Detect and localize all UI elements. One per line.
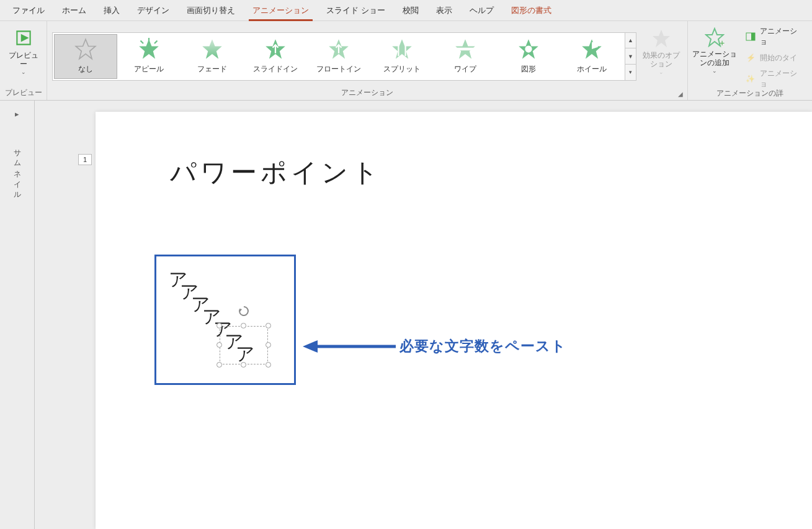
handle-mr[interactable] — [265, 342, 271, 348]
group-advanced: + アニメーションの追加 ⌄ アニメーショ ⚡ 開始のタイ ✨ アニメーショ — [688, 21, 812, 100]
handle-tr[interactable] — [265, 323, 271, 328]
svg-rect-14 — [457, 48, 474, 51]
trigger-icon: ⚡ — [745, 52, 756, 63]
svg-marker-7 — [202, 39, 222, 59]
svg-marker-25 — [303, 340, 318, 353]
pane-icon — [745, 31, 756, 42]
animation-painter-button: ✨ アニメーショ — [745, 70, 803, 88]
thumbnail-rail: ▸ サムネイル — [0, 101, 35, 529]
anim-fade[interactable]: フェード — [181, 34, 244, 79]
anim-floatin[interactable]: フロートイン — [307, 34, 370, 79]
effect-options-label: 効果のオプション — [640, 51, 682, 69]
anim-wipe[interactable]: ワイプ — [434, 34, 497, 79]
trigger-label: 開始のタイ — [760, 53, 797, 63]
animation-pane-label: アニメーショ — [760, 26, 803, 47]
anim-split[interactable]: スプリット — [370, 34, 434, 79]
gallery-scroll: ▲ ▼ ▾ — [625, 32, 636, 81]
anim-none[interactable]: なし — [54, 34, 117, 79]
painter-icon: ✨ — [745, 73, 756, 84]
handle-tm[interactable] — [241, 323, 246, 328]
group-animation-label: アニメーション — [47, 88, 687, 100]
group-preview-label: プレビュー — [0, 88, 47, 100]
tab-file[interactable]: ファイル — [4, 1, 53, 20]
work-area: ▸ サムネイル 1 パワーポイント ア ア ア ア ア ア ア — [0, 101, 812, 529]
callout-text: 必要な文字数をペースト — [399, 337, 566, 356]
svg-line-6 — [154, 41, 158, 44]
add-animation-icon: + — [705, 27, 725, 47]
tab-view[interactable]: 表示 — [427, 1, 461, 20]
anim-wheel-label: ホイール — [577, 64, 607, 75]
tab-shape-format[interactable]: 図形の書式 — [502, 1, 560, 20]
anim-appear[interactable]: アピール — [117, 34, 181, 79]
svg-marker-18 — [653, 30, 670, 47]
add-animation-label: アニメーションの追加 — [690, 50, 739, 68]
animation-painter-label: アニメーショ — [760, 68, 803, 89]
slide[interactable]: パワーポイント ア ア ア ア ア ア ア — [96, 112, 812, 529]
gallery-more[interactable]: ▾ — [625, 65, 636, 80]
add-animation-button[interactable]: + アニメーションの追加 ⌄ — [690, 24, 739, 88]
thumbnail-label: サムネイル — [12, 144, 22, 197]
anim-shape-label: 図形 — [521, 64, 536, 75]
effect-options-icon — [651, 29, 671, 48]
group-animation: なし アピール フェード スライドイン — [47, 21, 688, 100]
anim-shape[interactable]: 図形 — [497, 34, 560, 79]
ribbon: プレビュー ⌄ プレビュー なし アピール — [0, 21, 812, 101]
handle-tl[interactable] — [216, 323, 222, 328]
tab-help[interactable]: ヘルプ — [461, 1, 502, 20]
group-advanced-label: アニメーションの詳 — [688, 88, 812, 100]
page-number-badge: 1 — [78, 154, 92, 165]
group-preview: プレビュー ⌄ プレビュー — [0, 21, 47, 100]
selected-textbox[interactable] — [220, 326, 268, 364]
animation-gallery: なし アピール フェード スライドイン — [52, 32, 636, 81]
svg-point-16 — [525, 45, 532, 52]
tab-transition[interactable]: 画面切り替え — [178, 1, 244, 20]
preview-icon — [13, 27, 34, 48]
selection-outline — [220, 326, 268, 364]
trigger-button: ⚡ 開始のタイ — [745, 48, 803, 67]
svg-marker-1 — [20, 34, 29, 42]
callout-arrow-icon — [303, 339, 396, 354]
anim-split-label: スプリット — [383, 64, 421, 75]
anim-floatin-label: フロートイン — [316, 64, 361, 75]
animation-pane-button[interactable]: アニメーショ — [745, 27, 803, 46]
tab-insert[interactable]: 挿入 — [95, 1, 128, 20]
tab-design[interactable]: デザイン — [128, 1, 178, 20]
slide-canvas[interactable]: 1 パワーポイント ア ア ア ア ア ア ア — [35, 101, 812, 529]
advanced-mini: アニメーショ ⚡ 開始のタイ ✨ アニメーショ — [739, 24, 810, 88]
anim-slidein[interactable]: スライドイン — [244, 34, 307, 79]
tab-review[interactable]: 校閲 — [394, 1, 427, 20]
svg-rect-22 — [751, 33, 755, 40]
svg-line-5 — [141, 41, 144, 44]
ribbon-tabs: ファイル ホーム 挿入 デザイン 画面切り替え アニメーション スライド ショー… — [0, 0, 812, 21]
animation-gallery-items: なし アピール フェード スライドイン — [52, 32, 625, 81]
anim-wheel[interactable]: ホイール — [560, 34, 623, 79]
gallery-up[interactable]: ▲ — [625, 33, 636, 49]
preview-label: プレビュー — [5, 51, 42, 69]
handle-bm[interactable] — [241, 362, 246, 368]
animation-dialog-launcher[interactable]: ◢ — [676, 89, 685, 98]
anim-wipe-label: ワイプ — [454, 64, 476, 75]
gallery-down[interactable]: ▼ — [625, 48, 636, 65]
handle-br[interactable] — [265, 362, 271, 368]
anim-fade-label: フェード — [197, 64, 227, 75]
svg-text:+: + — [720, 38, 725, 47]
rotate-handle-icon[interactable] — [238, 305, 250, 317]
tab-slideshow[interactable]: スライド ショー — [318, 1, 394, 20]
anim-none-label: なし — [78, 64, 93, 75]
preview-button[interactable]: プレビュー ⌄ — [5, 24, 42, 88]
svg-marker-2 — [76, 39, 96, 59]
effect-options-button: 効果のオプション ⌄ — [640, 25, 682, 88]
thumbnail-expand[interactable]: ▸ — [12, 108, 23, 119]
anim-slidein-label: スライドイン — [253, 64, 298, 75]
tab-home[interactable]: ホーム — [53, 1, 95, 20]
handle-bl[interactable] — [216, 362, 222, 368]
anim-appear-label: アピール — [134, 64, 164, 75]
handle-ml[interactable] — [216, 342, 222, 348]
svg-marker-10 — [392, 39, 412, 59]
tab-animation[interactable]: アニメーション — [244, 1, 318, 20]
slide-title[interactable]: パワーポイント — [170, 155, 382, 190]
